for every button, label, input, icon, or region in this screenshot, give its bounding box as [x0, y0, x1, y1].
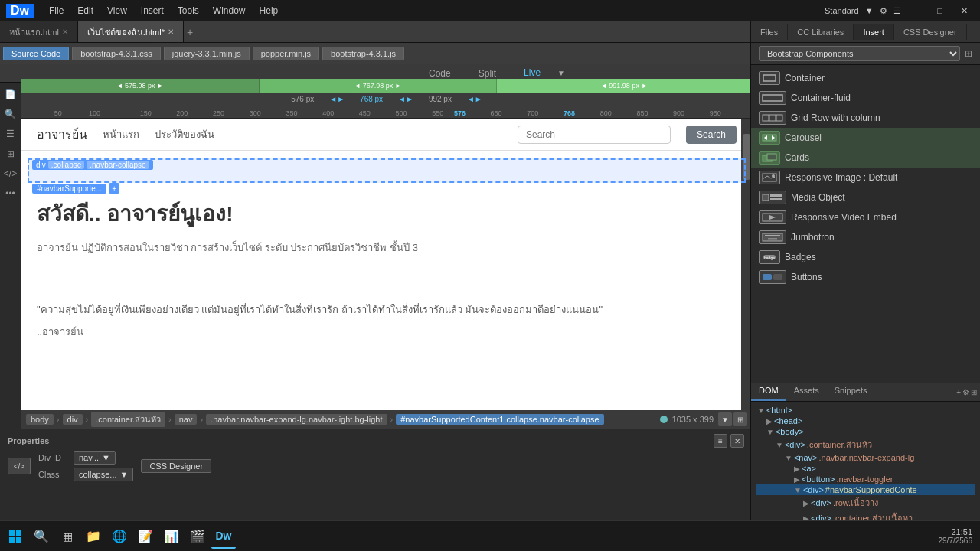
sidebar-icon-snippets[interactable]: </> — [2, 165, 19, 182]
bc-body[interactable]: body — [26, 414, 54, 425]
tag-add-btn[interactable]: + — [109, 183, 119, 194]
menu-insert[interactable]: Insert — [135, 4, 170, 18]
component-container-fluid[interactable]: Container-fluid — [751, 88, 980, 108]
toolbar-bootstrap-js[interactable]: bootstrap-4.3.1.js — [322, 47, 404, 60]
bc-ctrl-1[interactable]: ▼ — [718, 412, 732, 426]
menu-window[interactable]: Window — [207, 4, 252, 18]
sidebar-icon-more[interactable]: ••• — [2, 185, 19, 202]
tag-class-1[interactable]: .collapse — [48, 161, 84, 169]
settings-icon[interactable]: ⚙ — [880, 6, 887, 16]
props-close-btn[interactable]: ✕ — [730, 434, 744, 448]
props-code-btn[interactable]: </> — [8, 458, 31, 474]
tab-homepage-close[interactable]: ✕ — [62, 28, 68, 36]
filter-icon[interactable]: ⊞ — [965, 48, 972, 59]
right-tab-css-designer[interactable]: CSS Designer — [894, 24, 967, 40]
dom-node-body[interactable]: ▼ <body> — [756, 426, 975, 437]
component-carousel[interactable]: Carousel — [751, 128, 980, 148]
bc-ctrl-2[interactable]: ⊞ — [733, 412, 747, 426]
dom-arrow-a[interactable]: ▶ — [794, 465, 800, 473]
bootstrap-components-dropdown[interactable]: Bootstrap Components — [759, 46, 960, 61]
dom-arrow-head[interactable]: ▶ — [766, 417, 773, 425]
right-tab-files[interactable]: Files — [751, 24, 788, 40]
component-badges[interactable]: badge Badges — [751, 247, 980, 267]
taskbar-taskview-btn[interactable]: ▦ — [55, 524, 80, 549]
taskbar-word-btn[interactable]: 📝 — [133, 524, 158, 549]
divid-value[interactable]: nav... ▼ — [74, 451, 116, 465]
dom-arrow-body[interactable]: ▼ — [766, 428, 774, 436]
right-tab-insert[interactable]: Insert — [854, 24, 894, 40]
taskbar-explorer-btn[interactable]: 📁 — [81, 524, 106, 549]
toolbar-bootstrap-css[interactable]: bootstrap-4.3.1.css — [72, 47, 161, 60]
view-dropdown-arrow[interactable]: ▼ — [557, 69, 565, 77]
component-media-object[interactable]: Media Object — [751, 187, 980, 207]
dom-node-a[interactable]: ▶ <a> — [756, 463, 975, 474]
component-container[interactable]: Container — [751, 68, 980, 88]
tab-add-btn[interactable]: + — [187, 26, 193, 38]
dom-node-container[interactable]: ▼ <div> .container.ส่วนหัว — [756, 437, 975, 452]
toolbar-source-code[interactable]: Source Code — [3, 47, 69, 60]
dom-arrow-row[interactable]: ▶ — [803, 499, 809, 507]
css-designer-btn[interactable]: CSS Designer — [141, 459, 211, 473]
standard-dropdown[interactable]: ▼ — [865, 6, 874, 15]
dom-arrow-html[interactable]: ▼ — [757, 406, 765, 415]
menu-help[interactable]: Help — [253, 4, 285, 18]
maximize-btn[interactable]: □ — [931, 6, 949, 15]
dom-tab-assets[interactable]: Assets — [786, 383, 827, 401]
dom-node-html[interactable]: ▼ <html> — [756, 405, 975, 416]
taskbar-search-btn[interactable]: 🔍 — [29, 524, 54, 549]
class-value[interactable]: collapse... ▼ — [74, 468, 133, 481]
class-dropdown-arrow[interactable]: ▼ — [120, 470, 129, 479]
toolbar-jquery[interactable]: jquery-3.3.1.min.js — [164, 47, 250, 60]
dom-tab-snippets[interactable]: Snippets — [827, 383, 875, 401]
search-button[interactable]: Search — [686, 126, 737, 144]
dom-node-nav[interactable]: ▼ <nav> .navbar.navbar-expand-lg — [756, 452, 975, 463]
component-responsive-video[interactable]: Responsive Video Embed — [751, 207, 980, 227]
taskbar-dw-btn[interactable]: Dw — [211, 524, 236, 549]
dom-tab-dom[interactable]: DOM — [751, 383, 786, 401]
right-tab-cc-libraries[interactable]: CC Libraries — [788, 24, 854, 40]
search-input[interactable] — [518, 126, 671, 144]
sidebar-icon-files[interactable]: 📄 — [2, 86, 19, 103]
menu-tools[interactable]: Tools — [172, 4, 205, 18]
sidebar-icon-layers[interactable]: ☰ — [2, 126, 19, 142]
dom-settings-btn[interactable]: ⚙ — [962, 388, 969, 396]
tab-homepage[interactable]: หน้าแรก.html ✕ — [0, 21, 78, 42]
tab-mywebsite-close[interactable]: ✕ — [168, 28, 174, 36]
minimize-btn[interactable]: ─ — [907, 6, 926, 15]
dom-arrow-container[interactable]: ▼ — [776, 441, 783, 449]
nav-link-home[interactable]: หน้าแรก — [103, 126, 139, 142]
close-btn[interactable]: ✕ — [955, 6, 974, 16]
tag-id-pill[interactable]: #navbarSupporte... — [32, 184, 106, 194]
sidebar-icon-search[interactable]: 🔍 — [2, 106, 19, 122]
menu-edit[interactable]: Edit — [71, 4, 100, 18]
component-cards[interactable]: Cards — [751, 148, 980, 168]
dom-arrow-navbar-collapse[interactable]: ▼ — [794, 486, 802, 494]
tab-mywebsite[interactable]: เว็บไซต์ของฉัน.html* ✕ — [78, 21, 184, 42]
tag-class-2[interactable]: .navbar-collapse — [87, 161, 149, 169]
bc-nav[interactable]: nav — [175, 414, 198, 425]
taskbar-chrome-btn[interactable]: 🌐 — [107, 524, 132, 549]
component-jumbotron[interactable]: Jumbotron — [751, 227, 980, 247]
divid-dropdown-arrow[interactable]: ▼ — [102, 453, 110, 462]
dom-node-navbar-collapse[interactable]: ▼ <div> #navbarSupportedConte — [756, 484, 975, 495]
taskbar-excel-btn[interactable]: 📊 — [159, 524, 184, 549]
dom-node-row[interactable]: ▶ <div> .row.เนื้อวาง — [756, 495, 975, 510]
settings-icon2[interactable]: ☰ — [893, 6, 901, 16]
dom-expand-btn[interactable]: ⊞ — [971, 388, 977, 396]
component-buttons[interactable]: Buttons — [751, 267, 980, 287]
dom-add-btn[interactable]: + — [956, 388, 961, 396]
menu-file[interactable]: File — [43, 4, 70, 18]
component-responsive-image[interactable]: Responsive Image : Default — [751, 168, 980, 187]
sidebar-icon-nav[interactable]: ⊞ — [2, 145, 19, 162]
dom-arrow-nav[interactable]: ▼ — [785, 454, 792, 462]
dom-node-head[interactable]: ▶ <head> — [756, 416, 975, 426]
nav-link-about[interactable]: ประวัติของฉัน — [155, 126, 214, 142]
bc-navbar[interactable]: .navbar.navbar-expand-lg.navbar-light.bg… — [206, 414, 387, 425]
props-expand-btn[interactable]: ≡ — [714, 434, 727, 448]
bc-div[interactable]: div — [63, 414, 83, 425]
component-grid-row[interactable]: Grid Row with column — [751, 108, 980, 128]
taskbar-windows-btn[interactable] — [3, 524, 28, 549]
bc-container[interactable]: .container.ส่วนหัว — [91, 412, 165, 427]
bc-navbar-collapse[interactable]: #navbarSupportedContent1.collapse.navbar… — [396, 414, 603, 425]
toolbar-popper[interactable]: popper.min.js — [253, 47, 319, 60]
